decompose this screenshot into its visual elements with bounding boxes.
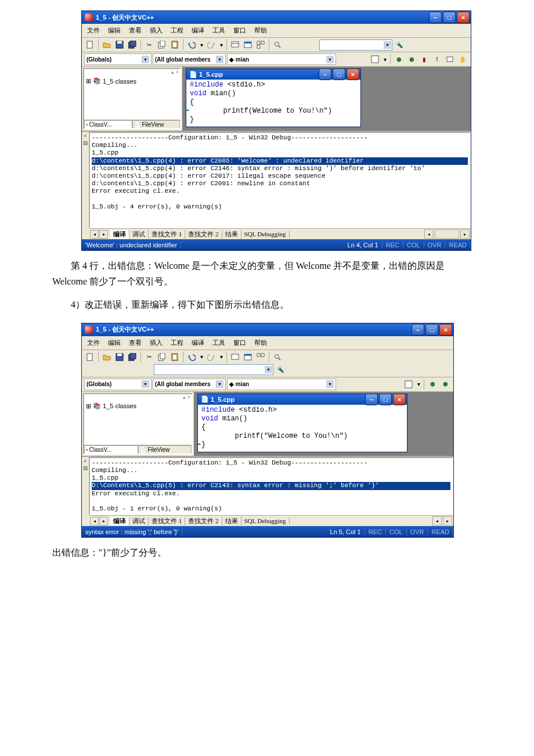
menu-build[interactable]: 编译: [190, 26, 206, 35]
outtab-build[interactable]: 编译: [110, 517, 129, 525]
build-all-icon[interactable]: ⬢: [406, 53, 417, 65]
build-all-icon[interactable]: ⬢: [439, 379, 451, 390]
outtab-build[interactable]: 编译: [110, 230, 129, 239]
expand-icon[interactable]: ⊞: [86, 77, 91, 85]
child-close-button[interactable]: ×: [347, 69, 359, 80]
close-button[interactable]: ×: [439, 324, 452, 336]
tree-node-classes[interactable]: ⊞ 📚 1_5 classes: [86, 402, 190, 410]
redo-drop-icon[interactable]: ▾: [218, 39, 224, 51]
find-icon[interactable]: 🔦: [275, 364, 286, 376]
execute-icon[interactable]: !: [431, 53, 443, 65]
wiz-drop-icon[interactable]: ▾: [416, 379, 421, 390]
menu-tools[interactable]: 工具: [211, 26, 227, 35]
window-list-icon[interactable]: [255, 351, 266, 363]
menu-help[interactable]: 帮助: [252, 338, 269, 348]
find-combo[interactable]: ▼: [319, 39, 392, 51]
cut-icon[interactable]: ✂: [143, 351, 155, 363]
child-max-button[interactable]: □: [333, 69, 345, 80]
menu-view[interactable]: 查看: [127, 26, 143, 35]
selected-error-line[interactable]: D:\Contents\1_5.cpp(5) : error C2143: sy…: [92, 482, 450, 489]
window-list-icon[interactable]: [255, 39, 266, 51]
menu-insert[interactable]: 插入: [148, 26, 164, 35]
save-all-icon[interactable]: [127, 351, 138, 363]
paste-icon[interactable]: [169, 351, 181, 363]
outtab-next-icon[interactable]: ▸: [99, 517, 108, 525]
scroll-right-icon[interactable]: ▸: [460, 229, 470, 239]
menu-build[interactable]: 编译: [190, 338, 206, 348]
wiz-action-icon[interactable]: [369, 53, 381, 65]
child-min-button[interactable]: –: [365, 394, 378, 405]
save-all-icon[interactable]: [127, 39, 138, 51]
outtab-sql[interactable]: SQL Debugging: [241, 517, 290, 524]
outtab-debug[interactable]: 调试: [129, 230, 149, 239]
menu-help[interactable]: 帮助: [252, 26, 269, 35]
outtab-find2[interactable]: 查找文件 2: [185, 230, 222, 239]
menu-edit[interactable]: 编辑: [106, 338, 122, 348]
paste-icon[interactable]: [169, 39, 181, 51]
redo-icon[interactable]: [205, 39, 217, 51]
titlebar[interactable]: 1_5 - 创天中文VC++ – □ ×: [82, 323, 453, 336]
workspace-icon[interactable]: [229, 351, 241, 363]
outtab-prev-icon[interactable]: ◂: [90, 517, 99, 525]
tree-node-classes[interactable]: ⊞ 📚 1_5 classes: [86, 77, 178, 85]
workspace-icon[interactable]: [229, 39, 241, 51]
output-pin-icon[interactable]: ▤: [83, 140, 88, 146]
members-combo[interactable]: (All global members▼: [153, 379, 226, 390]
new-file-icon[interactable]: [84, 351, 96, 363]
new-file-icon[interactable]: [84, 39, 96, 51]
output-icon[interactable]: [242, 39, 254, 51]
redo-drop-icon[interactable]: ▾: [218, 351, 224, 363]
tab-classview[interactable]: ▪ClassV...: [84, 120, 132, 128]
save-icon[interactable]: [114, 351, 125, 363]
open-icon[interactable]: [101, 39, 113, 51]
function-combo[interactable]: ◆ mian▼: [227, 53, 336, 65]
scope-combo[interactable]: (Globals)▼: [84, 53, 151, 65]
function-combo[interactable]: ◆ mian▼: [227, 379, 336, 390]
menu-window[interactable]: 窗口: [232, 26, 248, 35]
child-close-button[interactable]: ×: [393, 394, 406, 405]
tab-fileview[interactable]: 📄FileView: [138, 445, 192, 453]
expand-icon[interactable]: ⊞: [86, 402, 91, 410]
outtab-find1[interactable]: 查找文件 1: [149, 517, 185, 525]
find-in-files-icon[interactable]: [272, 39, 283, 51]
find-in-files-icon[interactable]: [272, 351, 283, 363]
scroll-left-icon[interactable]: ◂: [424, 229, 434, 239]
breakpoint-icon[interactable]: ✋: [457, 53, 468, 65]
find-icon[interactable]: 🔦: [394, 39, 405, 51]
scope-combo[interactable]: (Globals)▼: [84, 379, 151, 390]
outtab-debug[interactable]: 调试: [129, 517, 149, 525]
outtab-results[interactable]: 结果: [222, 230, 241, 239]
maximize-button[interactable]: □: [425, 324, 438, 336]
close-button[interactable]: ×: [457, 12, 470, 23]
scroll-right-icon[interactable]: ▸: [443, 516, 452, 525]
output-pane[interactable]: --------------------Configuration: 1_5 -…: [89, 457, 453, 515]
output-pane[interactable]: --------------------Configuration: 1_5 -…: [89, 132, 471, 228]
output-pin-icon[interactable]: ▤: [83, 465, 88, 471]
redo-icon[interactable]: [205, 351, 217, 363]
menu-file[interactable]: 文件: [85, 338, 102, 348]
child-max-button[interactable]: □: [379, 394, 392, 405]
minimize-button[interactable]: –: [429, 12, 442, 23]
menu-insert[interactable]: 插入: [148, 338, 164, 348]
tab-fileview[interactable]: 📄FileView: [132, 120, 181, 128]
save-icon[interactable]: [114, 39, 125, 51]
undo-drop-icon[interactable]: ▾: [199, 351, 204, 363]
stop-build-icon[interactable]: ▮: [418, 53, 430, 65]
code-editor[interactable]: #include <stdio.h> void mian() { ➡ print…: [186, 80, 360, 127]
build-icon[interactable]: ⬢: [393, 53, 405, 65]
menu-edit[interactable]: 编辑: [106, 26, 122, 35]
maximize-button[interactable]: □: [443, 12, 456, 23]
menu-tools[interactable]: 工具: [211, 338, 227, 348]
copy-icon[interactable]: [156, 351, 168, 363]
menu-project[interactable]: 工程: [169, 26, 185, 35]
outtab-prev-icon[interactable]: ◂: [90, 230, 99, 239]
cut-icon[interactable]: ✂: [143, 39, 155, 51]
outtab-find1[interactable]: 查找文件 1: [149, 230, 185, 239]
output-close-icon[interactable]: ×: [84, 133, 86, 139]
menu-view[interactable]: 查看: [127, 338, 143, 348]
outtab-next-icon[interactable]: ▸: [99, 230, 108, 239]
members-combo[interactable]: (All global members▼: [153, 53, 226, 65]
menu-file[interactable]: 文件: [85, 26, 102, 35]
open-icon[interactable]: [101, 351, 113, 363]
titlebar[interactable]: 1_5 - 创天中文VC++ – □ ×: [82, 11, 471, 24]
